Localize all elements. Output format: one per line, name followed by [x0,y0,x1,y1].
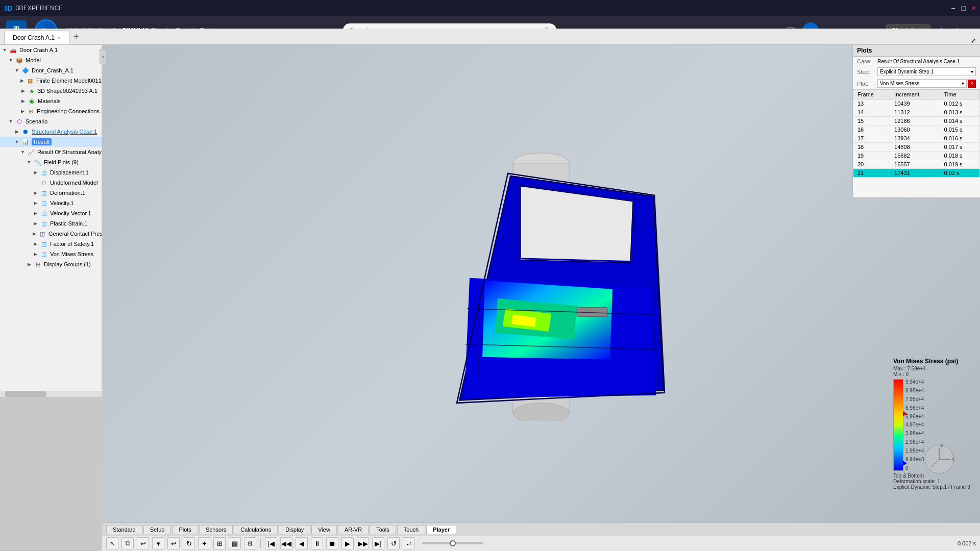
play-back-button[interactable]: ◀ [296,537,308,549]
bottom-tab-player[interactable]: Player [426,525,456,534]
play-to-end-button[interactable]: ▶| [372,537,384,549]
table-row[interactable]: 20165570.019 s [853,160,980,169]
titlebar-controls[interactable]: − □ × [951,4,976,12]
loop-button[interactable]: ↺ [387,537,400,549]
table-row[interactable]: 15121860.014 s [853,117,980,126]
table-row[interactable]: 21174310.02 s [853,169,980,178]
mesh-button[interactable]: ⊞ [213,537,226,549]
tree-item-displacement[interactable]: ▶ ◫ Displacement.1 [0,167,102,178]
frame-cell-increment: 10439 [890,99,940,108]
frame-cell-increment: 14808 [890,143,940,152]
rotate-button[interactable]: ↻ [183,537,195,549]
plastic-strain-icon: ◫ [40,219,48,228]
maximize-button[interactable]: □ [961,4,965,12]
bottom-tab-touch[interactable]: Touch [397,525,425,534]
table-row[interactable]: 13104390.012 s [853,99,980,108]
legend-value: 4.97e+4 [905,422,924,428]
bottom-tab-ar-vr[interactable]: AR-VR [338,525,369,534]
stop-button[interactable]: ⏹ [326,537,338,549]
add-tab-button[interactable]: + [69,30,83,44]
plots-step-value: Explicit Dynamic Step.1 [880,69,934,74]
tree-item-materials[interactable]: ▶ ◉ Materials [0,96,102,106]
table-button[interactable]: ▤ [229,537,241,549]
increment-col-header: Increment [890,90,940,99]
tree-item-eng-conn[interactable]: ▶ ⊞ Engineering Connections [0,106,102,116]
tree-item-fem[interactable]: ▶ ▦ Finite Element Model00110 [0,76,102,86]
sync-button[interactable]: ⇌ [403,537,415,549]
settings-button[interactable]: ⚙ [244,537,256,549]
play-to-start-button[interactable]: |◀ [265,537,277,549]
bottom-tab-sensors[interactable]: Sensors [199,525,233,534]
table-row[interactable]: 19156820.018 s [853,152,980,160]
tree-item-unformed[interactable]: ◻ Undeformed Model [0,178,102,188]
tree-root[interactable]: ▼ 🚗 Door Crash A.1 [0,45,102,55]
minimize-button[interactable]: − [951,4,955,12]
tree-deformation-label: Deformation.1 [50,190,85,196]
svg-point-2 [513,403,569,421]
collapse-panel-button[interactable]: ‹ [100,49,107,64]
tree-item-scenario[interactable]: ▼ ⬡ Scenario [0,116,102,127]
tree-item-plastic-strain[interactable]: ▶ ◫ Plastic Strain.1 [0,218,102,229]
step-forward-button[interactable]: ▶▶ [357,537,369,549]
tree-item-general-contact[interactable]: ▶ ◫ General Contact Pressur [0,229,102,239]
tree-item-shape[interactable]: ▶ ◈ 3D Shape00241993 A.1 [0,86,102,96]
tree-item-field-plots[interactable]: ▼ 📉 Field Plots (9) [0,157,102,167]
frame-cell-increment: 13934 [890,134,940,143]
tree-item-deformation[interactable]: ▶ ◫ Deformation.1 [0,188,102,198]
main-tab[interactable]: Door Crash A.1 × [4,31,69,44]
tree-item-result[interactable]: ▼ 📊 Result [0,137,102,147]
redo-button[interactable]: ↩ [167,537,180,549]
tree-item-struct-case[interactable]: ▶ ⬢ Structural Analysis Case.1 [0,127,102,137]
close-button[interactable]: × [972,4,976,12]
bottom-tab-view[interactable]: View [311,525,337,534]
left-panel-scrollbar[interactable] [0,391,102,397]
door-crash-icon: 🔷 [21,66,30,74]
create-button[interactable]: ✦ [198,537,210,549]
tree-item-von-mises[interactable]: ▶ ◫ Von Mises Stress [0,249,102,259]
frame-col-header: Frame [853,90,890,99]
expand-icon: ▶ [33,211,38,216]
table-row[interactable]: 18148080.017 s [853,143,980,152]
tree-item-door-crash[interactable]: ▼ 🔷 Door_Crash_A.1 [0,65,102,76]
plots-step-row: Step: Explicit Dynamic Step.1 ▾ [853,66,980,78]
tree-item-model[interactable]: ▼ 📦 Model [0,55,102,65]
bottom-tab-standard[interactable]: Standard [106,525,142,534]
copy-button[interactable]: ⧉ [121,537,134,549]
legend-value: 1.99e+4 [905,448,924,454]
playback-slider-thumb [450,540,456,546]
bottom-tab-setup[interactable]: Setup [143,525,172,534]
tree-item-factor-safety[interactable]: ▶ ◫ Factor of Safety.1 [0,239,102,249]
table-row[interactable]: 16130600.015 s [853,126,980,134]
bottom-tab-calculations[interactable]: Calculations [234,525,278,534]
undo-dropdown-button[interactable]: ▾ [152,537,164,549]
tree-item-display-groups[interactable]: ▶ ⊟ Display Groups (1) [0,259,102,269]
playback-slider[interactable] [422,542,483,544]
tab-close-icon[interactable]: × [58,35,61,41]
tree-velocity-vec-label: Velocity Vector.1 [50,210,91,216]
undo-button[interactable]: ↩ [137,537,149,549]
bottom-tab-strip: StandardSetupPlotsSensorsCalculationsDis… [102,523,980,536]
plots-step-dropdown[interactable]: Explicit Dynamic Step.1 ▾ [877,67,976,76]
expand-icon: ▶ [20,78,24,83]
bottom-tab-plots[interactable]: Plots [172,525,198,534]
tree-item-velocity[interactable]: ▶ ◫ Velocity.1 [0,198,102,208]
table-row[interactable]: 17139340.016 s [853,134,980,143]
select-tool-button[interactable]: ↖ [106,537,118,549]
pause-button[interactable]: ⏸ [311,537,323,549]
frame-cell-increment: 11312 [890,108,940,117]
table-row[interactable]: 14113120.013 s [853,108,980,117]
plots-plot-dropdown[interactable]: Von Mises Stress ▾ [877,79,967,88]
tree-item-result-struct[interactable]: ▼ 📈 Result Of Structural Analysis C. [0,147,102,157]
plots-close-button[interactable]: × [968,80,976,88]
bottom-tab-display[interactable]: Display [279,525,310,534]
frame-cell-increment: 12186 [890,117,940,126]
tree-door-crash-label: Door_Crash_A.1 [32,67,74,73]
play-forward-button[interactable]: ▶ [341,537,354,549]
expand-icon: ▶ [33,231,36,236]
legend-footer: Top & Bottom Deformation scale: 1 Explic… [893,473,975,490]
step-back-button[interactable]: ◀◀ [280,537,292,549]
frame-cell-frame: 13 [853,99,890,108]
expand-tab-icon[interactable]: ⤢ [971,37,976,44]
tree-item-velocity-vec[interactable]: ▶ ◫ Velocity Vector.1 [0,208,102,218]
bottom-tab-tools[interactable]: Tools [370,525,396,534]
